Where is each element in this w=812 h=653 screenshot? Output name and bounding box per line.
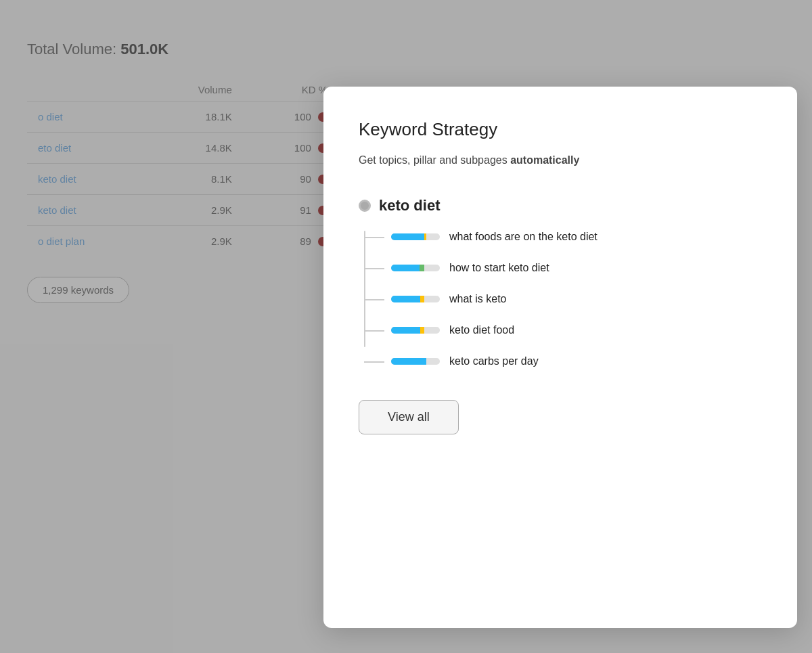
tree-item-label: what foods are on the keto diet — [449, 231, 597, 243]
blue-segment — [391, 327, 420, 334]
tree-item: keto carbs per day — [391, 355, 762, 367]
tree-item: how to start keto diet — [391, 262, 762, 274]
tree-item-label: keto diet food — [449, 324, 514, 336]
mini-bar — [391, 265, 440, 271]
tree-item: what is keto — [391, 293, 762, 305]
blue-segment — [391, 265, 420, 271]
yellow-segment — [420, 327, 424, 334]
modal-title: Keyword Strategy — [359, 119, 762, 140]
mini-bar — [391, 327, 440, 334]
root-keyword: keto diet — [359, 197, 762, 215]
tree-item-label: how to start keto diet — [449, 262, 549, 274]
mini-bar — [391, 296, 440, 302]
tree-item-label: what is keto — [449, 293, 506, 305]
blue-segment — [391, 358, 426, 365]
blue-segment — [391, 233, 424, 240]
tree-item: what foods are on the keto diet — [391, 231, 762, 243]
tree-children: what foods are on the keto diethow to st… — [359, 231, 762, 367]
mini-bar — [391, 358, 440, 365]
root-dot-icon — [359, 200, 371, 212]
mini-bar — [391, 233, 440, 240]
yellow-segment — [424, 233, 426, 240]
root-keyword-label: keto diet — [379, 197, 440, 215]
keyword-tree: keto diet what foods are on the keto die… — [359, 197, 762, 367]
green-segment — [420, 265, 424, 271]
tree-item: keto diet food — [391, 324, 762, 336]
yellow-segment — [420, 296, 424, 302]
keyword-strategy-modal: Keyword Strategy Get topics, pillar and … — [323, 87, 797, 628]
modal-subtitle-bold: automatically — [510, 154, 579, 166]
modal-subtitle: Get topics, pillar and subpages automati… — [359, 152, 762, 168]
view-all-button[interactable]: View all — [359, 400, 459, 434]
tree-item-label: keto carbs per day — [449, 355, 539, 367]
modal-subtitle-plain: Get topics, pillar and subpages — [359, 154, 510, 166]
blue-segment — [391, 296, 420, 302]
